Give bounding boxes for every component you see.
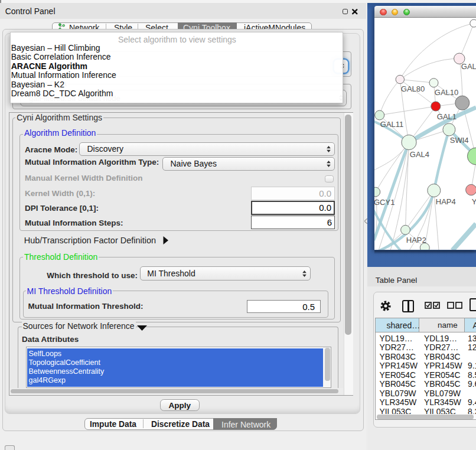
- svg-text:GAL10: GAL10: [435, 87, 458, 96]
- svg-text:GAL11: GAL11: [380, 119, 404, 128]
- svg-text:GAL4: GAL4: [410, 149, 429, 158]
- svg-text:SWI4: SWI4: [450, 135, 469, 144]
- svg-text:HAP4: HAP4: [436, 197, 456, 206]
- svg-text:GAL2: GAL2: [461, 61, 476, 70]
- svg-text:HAP2: HAP2: [406, 235, 426, 244]
- svg-text:GAL80: GAL80: [401, 84, 425, 93]
- svg-text:GCY1: GCY1: [374, 197, 395, 206]
- svg-text:GAL1: GAL1: [437, 112, 457, 120]
- svg-text:YKL: YKL: [472, 197, 476, 206]
